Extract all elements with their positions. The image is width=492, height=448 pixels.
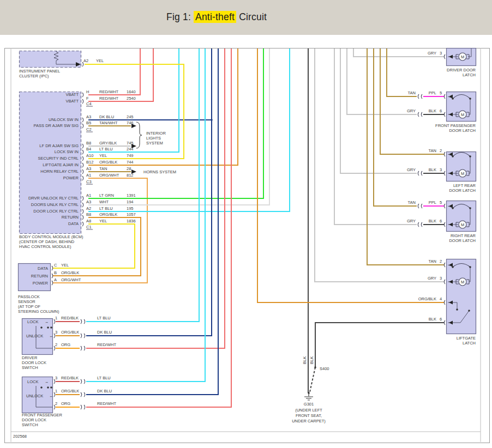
diagram-label: 4 — [440, 296, 442, 301]
diagram-label: FRONT PASSENGER — [22, 413, 62, 417]
diagram-label: GRY — [428, 276, 436, 281]
diagram-label: GRY/BLK — [99, 141, 117, 146]
diagram-label: LF DR AJAR SW SIG — [39, 143, 79, 148]
diagram-label: RED/WHT — [99, 96, 118, 101]
diagram-label: 2540 — [127, 96, 136, 101]
diagram-label: DRIVER — [22, 355, 38, 360]
diagram-label: RED/WHT — [99, 89, 118, 94]
diagram-label: 749 — [127, 153, 134, 158]
diagram-label: B8 — [86, 141, 91, 146]
diagram-label: POWER — [63, 175, 79, 180]
diagram-label: TAN — [429, 259, 436, 264]
diagram-label: RETURN — [31, 274, 48, 279]
diagram-label: PPL — [429, 90, 436, 95]
diagram-label: DK BLU — [97, 389, 112, 393]
diagram-label: CLUSTER (IPC) — [19, 74, 49, 78]
diagram-label: B5 — [86, 120, 91, 125]
diagram-label: TAN — [408, 90, 416, 95]
diagram-label: LIGHTS — [146, 136, 161, 141]
junction-dot — [50, 326, 52, 329]
diagram-label: ORG/WHT — [99, 173, 119, 178]
diagram-label: ORG/BLK — [99, 160, 117, 165]
diagram-label: LT BLU — [97, 316, 111, 320]
junction-dot — [456, 308, 458, 311]
diagram-label: 2 — [55, 401, 57, 406]
diagram-label: LOCK SW IN — [55, 149, 79, 154]
diagram-label: LT BLU — [97, 376, 111, 380]
junction-dot — [211, 119, 213, 121]
motor-label: M — [461, 171, 464, 176]
diagram-label: LATCH — [463, 341, 476, 346]
diagram-label: 3 — [55, 376, 57, 380]
diagram-label: DOORS UNLK RLY CTRL — [31, 202, 79, 207]
diagram-label: PASS DR AJAR SW SIG — [34, 123, 79, 128]
diagram-frame: MMMMM202568INSTRUMENT PANELCLUSTER (IPC)… — [0, 0, 492, 448]
junction-dot — [40, 326, 43, 329]
diagram-label: 1057 — [127, 212, 136, 217]
diagram-label: RED/WHT — [97, 401, 116, 406]
diagram-label: PPL — [429, 200, 436, 205]
diagram-label: 3 — [440, 51, 442, 56]
diagram-label: DOOR LATCH — [449, 128, 476, 133]
diagram-label: YEL — [99, 153, 107, 158]
diagram-label: TAN — [408, 200, 416, 205]
diagram-label: ORG/BLK — [61, 389, 79, 393]
diagram-label: ↔ — [49, 393, 53, 398]
diagram-label: LIFTGATE — [457, 336, 476, 341]
junction-dot — [452, 98, 454, 100]
diagram-label: C1 — [86, 225, 92, 229]
diagram-label: 746 — [127, 120, 134, 125]
diagram-label: 812 — [127, 173, 134, 178]
diagram-label: 3 — [440, 276, 442, 281]
diagram-label: BLK — [429, 108, 436, 113]
diagram-label: A2 — [86, 206, 91, 211]
wiring-diagram: MMMMM202568INSTRUMENT PANELCLUSTER (IPC)… — [0, 0, 492, 448]
page: { "title": {"prefix": "Fig 1: ", "highli… — [0, 0, 492, 448]
junction-dot — [314, 366, 316, 368]
diagram-label: ORG/BLK — [418, 296, 436, 301]
diagram-label: PASSLOCK — [18, 294, 40, 299]
diagram-label: 6 — [440, 317, 442, 322]
diagram-label: STEERING COLUMN) — [18, 309, 59, 314]
diagram-label: A2 — [83, 58, 88, 63]
diagram-label: DK BLU — [99, 114, 114, 119]
diagram-label: DOOR LATCH — [449, 188, 476, 193]
diagram-label: A3 — [86, 114, 91, 119]
diagram-label: LEFT REAR — [453, 183, 476, 188]
motor-label: M — [461, 222, 464, 227]
diagram-label: VBATT — [65, 99, 79, 104]
diagram-label: DATA — [38, 266, 48, 271]
diagram-label: 2 — [440, 259, 442, 264]
diagram-label: LT BLU — [99, 147, 113, 152]
diagram-label: ORG/BLK — [61, 270, 79, 275]
diagram-label: A8 — [86, 219, 91, 223]
ipc-box — [20, 51, 81, 68]
diagram-label: A — [54, 277, 57, 282]
diagram-label: C4 — [86, 101, 92, 106]
diagram-label: WHT — [99, 199, 109, 204]
diagram-label: LOCK — [27, 319, 38, 324]
diagram-label: C2 — [86, 127, 92, 132]
diagram-label: BLK — [429, 219, 436, 223]
junction-dot — [469, 266, 471, 268]
diagram-label: (UNDER LEFT — [295, 408, 322, 413]
diagram-label: RED/WHT — [97, 342, 116, 347]
diagram-label: HVAC CONTROL MODULE) — [19, 244, 71, 249]
diagram-label: LT GRN — [99, 193, 114, 198]
diagram-label: 194 — [127, 199, 134, 204]
diagram-label: 202568 — [13, 434, 27, 439]
diagram-label: 5 — [440, 90, 442, 95]
diagram-label: DK BLU — [97, 330, 112, 335]
diagram-label: UNLOCK — [26, 393, 43, 398]
junction-dot — [452, 266, 454, 268]
diagram-label: TAN — [99, 166, 107, 171]
diagram-label: BLK — [429, 317, 436, 322]
diagram-label: C3 — [86, 179, 92, 184]
motor-label: M — [461, 280, 464, 284]
diagram-label: 2 — [55, 342, 57, 347]
diagram-label: DOOR LOCK RLY CTRL — [33, 209, 79, 214]
junction-dot — [50, 386, 52, 389]
diagram-label: LIFTGATE AJAR IN — [43, 162, 79, 167]
junction-dot — [47, 326, 49, 329]
diagram-label: RETURN — [62, 215, 79, 220]
